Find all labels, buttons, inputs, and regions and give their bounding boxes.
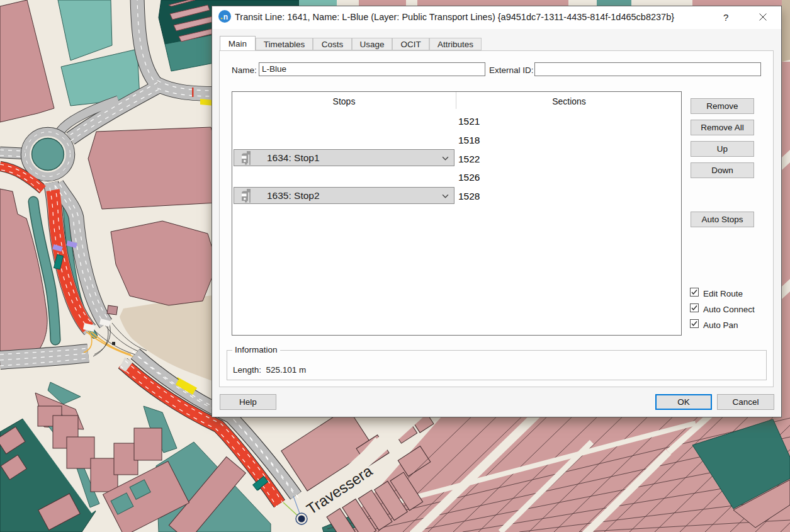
svg-text:n: n [223,13,228,21]
